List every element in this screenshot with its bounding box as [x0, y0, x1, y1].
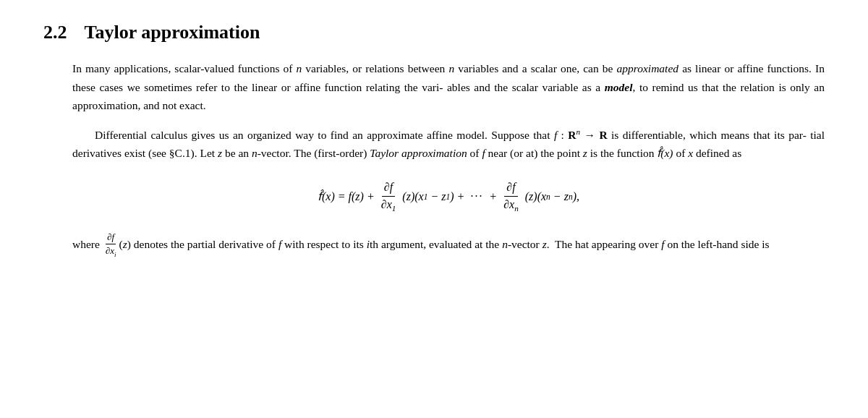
var-n: n — [297, 62, 302, 74]
eq-lhs: f̂(x) = f(z) + — [318, 187, 378, 206]
fhat-x: f̂(x) — [657, 147, 673, 159]
approx-italics: approximated — [617, 62, 679, 74]
var-f2: f — [482, 147, 485, 159]
paragraph-1: In many applications, scalar-valued func… — [72, 59, 825, 115]
var-x: x — [688, 147, 693, 159]
inline-frac-num: ∂f — [106, 231, 116, 245]
frac2-den: ∂xn — [501, 197, 521, 214]
frac1-den: ∂x1 — [379, 197, 399, 214]
inline-frac: ∂f ∂xi — [104, 231, 118, 260]
section-header: 2.2 Taylor approximation — [43, 22, 825, 43]
model-term: model — [605, 81, 633, 93]
paragraph-2: Differential calculus gives us an organi… — [72, 125, 825, 163]
section-title: Taylor approximation — [85, 22, 260, 43]
paragraph-3: where ∂f ∂xi (z) denotes the partial der… — [72, 231, 825, 260]
eq-term2: (z)(xn − zn), — [522, 187, 579, 206]
sup-n: n — [576, 127, 581, 136]
var-z2: z — [583, 147, 587, 159]
section-number: 2.2 — [43, 22, 67, 43]
inline-frac-den: ∂xi — [104, 244, 118, 259]
eq-frac2: ∂f ∂xn — [501, 180, 521, 214]
n-vector-ref: n — [252, 147, 258, 159]
R: R — [599, 129, 607, 141]
var-f: f — [554, 129, 557, 141]
content-body: In many applications, scalar-valued func… — [72, 59, 825, 260]
display-equation: f̂(x) = f(z) + ∂f ∂x1 (z)(x1 − z1) + ···… — [72, 180, 825, 214]
eq-term1: (z)(x1 − z1) + ··· + — [399, 187, 500, 206]
eq-frac1: ∂f ∂x1 — [379, 180, 399, 214]
Rn: R — [568, 129, 576, 141]
var-z: z — [218, 147, 222, 159]
frac1-num: ∂f — [382, 180, 395, 197]
equation: f̂(x) = f(z) + ∂f ∂x1 (z)(x1 − z1) + ···… — [318, 180, 579, 214]
taylor-term: Taylor approximation — [370, 147, 467, 159]
var-n2: n — [448, 62, 454, 74]
frac2-num: ∂f — [504, 180, 517, 197]
page-container: 2.2 Taylor approximation In many applica… — [0, 0, 868, 418]
